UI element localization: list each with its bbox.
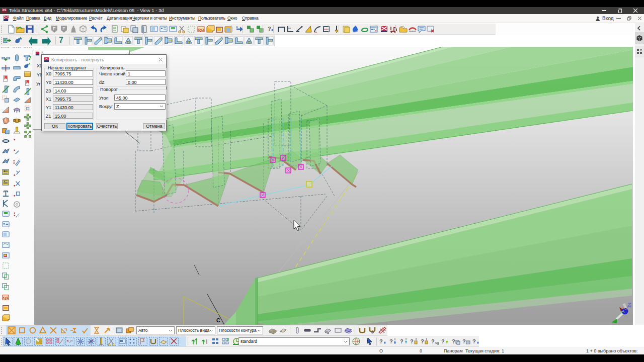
svg-text:xyz: xyz [3, 295, 9, 300]
svg-text:?: ? [472, 338, 476, 344]
svg-text:?: ? [441, 338, 445, 344]
svg-text:C: C [216, 317, 220, 323]
svg-text:?: ? [400, 338, 404, 344]
svg-text:?: ? [379, 338, 383, 344]
svg-text:sg: sg [435, 341, 439, 345]
svg-text:?: ? [452, 338, 455, 344]
svg-text:?: ? [410, 338, 414, 344]
svg-text:?: ? [431, 338, 435, 344]
svg-text:?: ? [462, 338, 466, 344]
svg-text:F: F [62, 26, 65, 31]
svg-text:?: ? [421, 338, 424, 344]
svg-text:?: ? [268, 26, 271, 32]
svg-text:?: ? [389, 338, 393, 344]
svg-text:xyz: xyz [198, 27, 204, 32]
svg-text:F: F [53, 26, 56, 31]
